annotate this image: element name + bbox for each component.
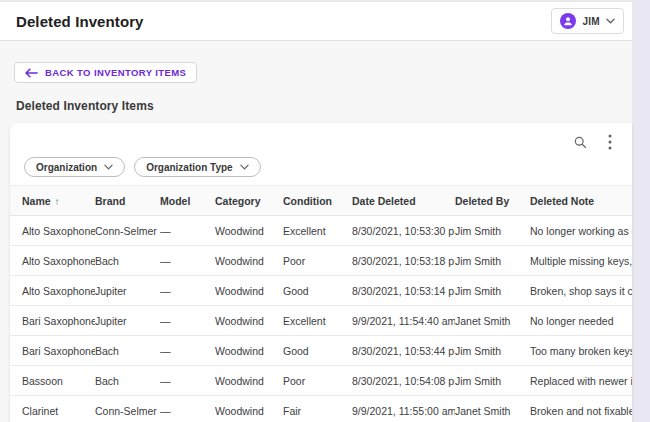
table-cell: —	[160, 246, 215, 276]
table-cell: 8/30/2021, 10:53:18 pm	[352, 246, 455, 276]
user-name-label: JIM	[582, 16, 600, 27]
column-header-label: Condition	[283, 195, 332, 207]
deleted-inventory-table: Name↑BrandModelCategoryConditionDate Del…	[10, 185, 632, 422]
table-row[interactable]: Alto SaxophoneJupiter—WoodwindGood8/30/2…	[10, 276, 632, 306]
table-cell: Multiple missing keys, dent in	[530, 246, 632, 276]
table-cell: 9/9/2021, 11:55:00 am	[352, 396, 455, 422]
column-header[interactable]: Model	[160, 186, 215, 216]
table-cell: Broken and not fixable	[530, 396, 632, 422]
table-cell: Jim Smith	[455, 336, 530, 366]
table-cell: Clarinet	[10, 396, 95, 422]
chevron-down-icon	[606, 18, 615, 24]
table-cell: —	[160, 366, 215, 396]
filter-organization-type[interactable]: Organization Type	[134, 157, 261, 177]
table-cell: Bassoon	[10, 366, 95, 396]
column-header-label: Category	[215, 195, 261, 207]
user-menu-button[interactable]: JIM	[551, 8, 624, 34]
table-cell: 8/30/2021, 10:53:44 pm	[352, 336, 455, 366]
table-cell: Poor	[283, 246, 352, 276]
table-row[interactable]: Bari SaxophoneJupiter—WoodwindExcellent9…	[10, 306, 632, 336]
table-cell: 8/30/2021, 10:54:08 pm	[352, 366, 455, 396]
table-cell: 8/30/2021, 10:53:30 pm	[352, 216, 455, 246]
table-body: Alto SaxophoneConn-Selmer—WoodwindExcell…	[10, 216, 632, 422]
table-row[interactable]: BassoonBach—WoodwindPoor8/30/2021, 10:54…	[10, 366, 632, 396]
table-cell: Conn-Selmer	[95, 216, 160, 246]
table-cell: Woodwind	[215, 306, 283, 336]
arrow-left-icon	[25, 68, 38, 78]
column-header-label: Name	[22, 195, 51, 207]
table-cell: Good	[283, 336, 352, 366]
table-cell: Excellent	[283, 306, 352, 336]
table-cell: Bach	[95, 366, 160, 396]
sort-ascending-icon: ↑	[55, 196, 60, 207]
table-cell: —	[160, 336, 215, 366]
column-header[interactable]: Category	[215, 186, 283, 216]
filter-organization-type-label: Organization Type	[146, 162, 233, 173]
column-header-label: Brand	[95, 195, 125, 207]
section-title: Deleted Inventory Items	[16, 99, 632, 113]
table-cell: Bach	[95, 336, 160, 366]
back-button[interactable]: BACK TO INVENTORY ITEMS	[14, 62, 197, 83]
column-header[interactable]: Date Deleted	[352, 186, 455, 216]
table-cell: Alto Saxophone	[10, 276, 95, 306]
column-header-label: Model	[160, 195, 190, 207]
table-cell: Alto Saxophone	[10, 246, 95, 276]
chevron-down-icon	[240, 164, 249, 170]
table-row[interactable]: Alto SaxophoneConn-Selmer—WoodwindExcell…	[10, 216, 632, 246]
table-cell: —	[160, 216, 215, 246]
user-avatar-icon	[560, 13, 576, 29]
table-cell: Woodwind	[215, 396, 283, 422]
filter-organization[interactable]: Organization	[24, 157, 125, 177]
table-cell: 8/30/2021, 10:53:14 pm	[352, 276, 455, 306]
filter-chips: Organization Organization Type	[24, 157, 632, 177]
table-cell: Bach	[95, 246, 160, 276]
table-cell: Bari Saxophone	[10, 336, 95, 366]
table-cell: No longer needed	[530, 306, 632, 336]
page-title: Deleted Inventory	[16, 13, 144, 30]
table-row[interactable]: Bari SaxophoneBach—WoodwindGood8/30/2021…	[10, 336, 632, 366]
table-cell: —	[160, 306, 215, 336]
column-header[interactable]: Brand	[95, 186, 160, 216]
table-cell: Excellent	[283, 216, 352, 246]
column-header-label: Deleted By	[455, 195, 509, 207]
search-icon[interactable]	[573, 135, 588, 150]
table-cell: Too many broken keys now	[530, 336, 632, 366]
filter-organization-label: Organization	[36, 162, 97, 173]
main-content: Deleted Inventory JIM BACK T	[0, 0, 632, 422]
app-header: Deleted Inventory JIM	[0, 0, 632, 41]
table-cell: Jupiter	[95, 276, 160, 306]
table-cell: No longer working as expected	[530, 216, 632, 246]
table-cell: Jim Smith	[455, 366, 530, 396]
table-cell: Bari Saxophone	[10, 306, 95, 336]
table-cell: Good	[283, 276, 352, 306]
column-header[interactable]: Deleted By	[455, 186, 530, 216]
right-gutter	[632, 0, 650, 422]
table-cell: Jupiter	[95, 306, 160, 336]
table-cell: Woodwind	[215, 216, 283, 246]
column-header[interactable]: Condition	[283, 186, 352, 216]
table-cell: —	[160, 276, 215, 306]
table-cell: Jim Smith	[455, 276, 530, 306]
table-card: Organization Organization Type	[10, 123, 632, 422]
table-cell: Poor	[283, 366, 352, 396]
table-cell: Fair	[283, 396, 352, 422]
table-cell: Replaced with newer instrument	[530, 366, 632, 396]
page: Deleted Inventory JIM BACK T	[0, 0, 650, 422]
table-row[interactable]: ClarinetConn-Selmer—WoodwindFair9/9/2021…	[10, 396, 632, 422]
table-cell: Woodwind	[215, 276, 283, 306]
table-cell: Alto Saxophone	[10, 216, 95, 246]
card-toolbar	[10, 123, 632, 155]
content-area: BACK TO INVENTORY ITEMS Deleted Inventor…	[0, 41, 632, 422]
column-header[interactable]: Deleted Note	[530, 186, 632, 216]
table-cell: Woodwind	[215, 336, 283, 366]
column-header[interactable]: Name↑	[10, 186, 95, 216]
table-row[interactable]: Alto SaxophoneBach—WoodwindPoor8/30/2021…	[10, 246, 632, 276]
table-cell: Janet Smith	[455, 306, 530, 336]
table-cell: Jim Smith	[455, 216, 530, 246]
more-options-icon[interactable]	[608, 134, 612, 150]
table-cell: —	[160, 396, 215, 422]
table-header-row: Name↑BrandModelCategoryConditionDate Del…	[10, 186, 632, 216]
back-button-label: BACK TO INVENTORY ITEMS	[45, 67, 186, 78]
table-cell: Janet Smith	[455, 396, 530, 422]
column-header-label: Date Deleted	[352, 195, 416, 207]
